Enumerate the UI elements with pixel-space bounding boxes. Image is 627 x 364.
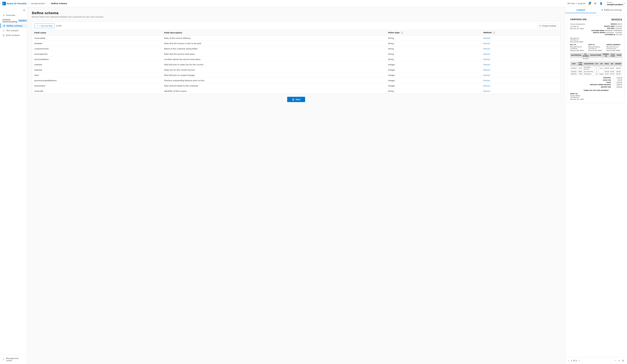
- page-title: Define schema: [32, 11, 561, 15]
- cell-method: Extract: [481, 67, 560, 72]
- save-area: 💾 Save: [32, 94, 561, 105]
- invoice-remit: REMIT TO: Contoso Billing123 Remit StNew…: [570, 93, 622, 100]
- save-icon: 💾: [292, 98, 294, 101]
- page-subtitle: Review fields from selected template and…: [32, 16, 561, 18]
- col-header-field-description: Field description: [162, 30, 386, 35]
- cell-value-type: Integer: [386, 78, 481, 83]
- invoice-line-item: 3/5/2021 B456 Document Fee 3 $10.00 $3.0…: [570, 70, 622, 73]
- brand-logo[interactable]: A Azure AI Foundry: [2, 2, 27, 5]
- zoom-out-button[interactable]: −: [614, 359, 617, 363]
- sidebar-item-management[interactable]: ⤴ Management center: [0, 356, 27, 363]
- sidebar-item-label-test: Test analyzer: [6, 29, 19, 32]
- schema-table: Field name Field description Value type …: [32, 30, 560, 94]
- invoice-address: Contoso Headquarters123 456th StNew York…: [570, 23, 585, 36]
- breadcrumb-project[interactable]: sample-project ⌃: [31, 2, 47, 4]
- cell-value-type: String: [386, 35, 481, 41]
- zoom-in-button[interactable]: +: [618, 359, 620, 363]
- table-row[interactable]: invoiceID Identifier of this invoice Str…: [32, 88, 560, 94]
- cell-value-type: Integer: [386, 83, 481, 88]
- project-chevron-icon: ▾: [624, 3, 625, 4]
- cell-method: Extract: [481, 72, 560, 78]
- cell-field-description: Location where the service took place: [162, 57, 386, 62]
- save-button[interactable]: 💾 Save: [287, 97, 305, 102]
- overview-icon: ⌂: [2, 14, 5, 16]
- cell-field-name: customername: [32, 46, 162, 51]
- table-row[interactable]: subtotal Total bill prior to sales tax f…: [32, 62, 560, 67]
- nav-right: All hubs + projects 🔔 1 ⚙ 👤 Project samp…: [568, 1, 625, 5]
- cell-value-type: String: [386, 41, 481, 46]
- invoice-thank-you: THANK YOU FOR YOUR BUSINESS!: [570, 90, 622, 92]
- cell-method: Extract: [481, 62, 560, 67]
- table-row[interactable]: previousunpaidbalance Previous outstandi…: [32, 78, 560, 83]
- change-template-button[interactable]: ⊙ Change template: [537, 24, 558, 28]
- table-row[interactable]: serviceperiod Date that the service took…: [32, 51, 560, 57]
- user-avatar[interactable]: 👤: [599, 1, 603, 5]
- cell-field-description: Sales tax for the current service: [162, 67, 386, 72]
- invoice-preview: CONTOSO LTD. INVOICE Contoso Headquarter…: [568, 16, 625, 103]
- sidebar-section-content: Content Understanding PREVIEW ▾: [0, 17, 27, 23]
- invoice-line-item: 3/6/2021 C789 Printing Fee 10 pages $1.0…: [570, 73, 622, 75]
- toolbar-left: ＋ + Add new field 11/50: [34, 23, 61, 28]
- table-row[interactable]: customername Name of the customer being …: [32, 46, 560, 51]
- right-panel: Content ⚙ Additional settings CONTOSO LT…: [565, 7, 627, 364]
- cell-field-description: Date of the invoice delivery: [162, 35, 386, 41]
- sidebar-bottom: ⤴ Management center: [0, 355, 27, 363]
- add-field-label: + Add new field: [39, 25, 52, 27]
- cell-value-type: Integer: [386, 72, 481, 78]
- sidebar-management-label: Management center: [6, 357, 25, 362]
- sidebar-item-test-analyzer[interactable]: ⬡ Test analyzer: [0, 28, 27, 33]
- preview-controls: ‹ 1 of 1 › − + ⊙: [565, 357, 627, 364]
- preview-badge: PREVIEW: [18, 20, 26, 22]
- cell-method: Extract: [481, 57, 560, 62]
- settings-icon[interactable]: ⚙: [593, 1, 597, 5]
- chevron-icon: ⌃: [46, 3, 47, 4]
- cell-field-name: invoicedate: [32, 35, 162, 41]
- next-page-button[interactable]: ›: [578, 359, 580, 363]
- cell-field-description: Total amount billed to the customer: [162, 83, 386, 88]
- tab-additional-settings[interactable]: ⚙ Additional settings: [596, 7, 627, 13]
- page-of-label: of 1: [573, 360, 577, 362]
- cell-field-name: amountdue: [32, 83, 162, 88]
- azure-logo-icon: A: [2, 2, 6, 5]
- table-row[interactable]: salestax Sales tax for the current servi…: [32, 67, 560, 72]
- invoice-totals: SUBTOTAL $100.00 SALES TAX $10.00 TOTAL …: [570, 77, 622, 88]
- table-row[interactable]: serviceaddress Location where the servic…: [32, 57, 560, 62]
- sidebar-item-build-analyzer[interactable]: ◫ Build analyzer: [0, 33, 27, 38]
- cell-field-name: total: [32, 72, 162, 78]
- value-type-info-icon[interactable]: i: [401, 32, 403, 34]
- add-icon: ＋: [36, 24, 38, 27]
- cell-field-name: invoiceID: [32, 88, 162, 94]
- tab-content[interactable]: Content: [565, 7, 596, 13]
- sidebar: ⊡ ⌂ Overview Content Understanding PREVI…: [0, 7, 27, 364]
- sidebar-item-define-schema[interactable]: ⊞ Define schema: [0, 23, 27, 28]
- all-hubs-link[interactable]: All hubs + projects: [568, 2, 585, 4]
- table-row[interactable]: total Total bill prior to unpaid charges…: [32, 72, 560, 78]
- table-row[interactable]: duedate Date that the invoice is due to …: [32, 41, 560, 46]
- project-name: sample-project: [607, 3, 623, 5]
- sidebar-collapse-button[interactable]: ⊡: [0, 8, 27, 13]
- schema-icon: ⊞: [3, 25, 5, 27]
- notification-bell[interactable]: 🔔 1: [587, 1, 591, 5]
- cell-method: Extract: [481, 78, 560, 83]
- fit-page-button[interactable]: ⊙: [622, 359, 625, 363]
- add-field-button[interactable]: ＋ + Add new field: [34, 23, 54, 28]
- test-icon: ⬡: [2, 29, 5, 32]
- col-header-field-name: Field name: [32, 30, 162, 35]
- cell-field-name: previousunpaidbalance: [32, 78, 162, 83]
- method-info-icon[interactable]: i: [493, 32, 495, 34]
- invoice-header-table: SALESPERSON P.O. NUMBER REQUISITIONER SH…: [570, 53, 622, 60]
- sidebar-item-overview[interactable]: ⌂ Overview: [0, 13, 27, 17]
- sidebar-item-label-schema: Define schema: [7, 25, 22, 27]
- invoice-company: CONTOSO LTD.: [570, 18, 587, 21]
- table-row[interactable]: invoicedate Date of the invoice delivery…: [32, 35, 560, 41]
- col-header-method: Method i: [481, 30, 560, 35]
- table-row[interactable]: amountdue Total amount billed to the cus…: [32, 83, 560, 88]
- cell-field-name: subtotal: [32, 62, 162, 67]
- sidebar-item-label: Overview: [6, 14, 15, 16]
- project-selector[interactable]: Project sample-project ▾: [605, 1, 625, 5]
- prev-page-button[interactable]: ‹: [568, 359, 570, 363]
- change-template-label: Change template: [541, 25, 556, 27]
- project-label: Project: [607, 1, 623, 3]
- table-header-row: Field name Field description Value type …: [32, 30, 560, 35]
- cell-field-name: duedate: [32, 41, 162, 46]
